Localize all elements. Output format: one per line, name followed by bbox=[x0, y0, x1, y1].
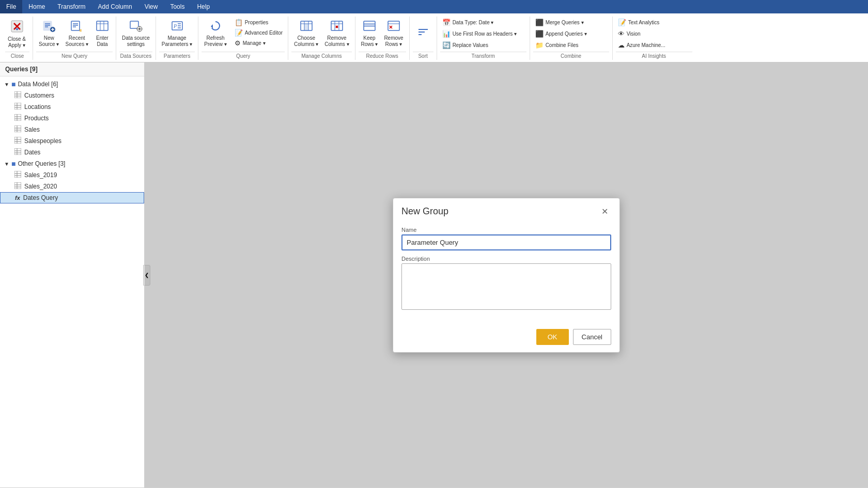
sidebar-group-other-queries[interactable]: ▼ ■ Other Queries [3] bbox=[0, 158, 144, 169]
merge-queries-button[interactable]: ⬛ Merge Queries ▾ bbox=[533, 18, 589, 27]
advanced-editor-button[interactable]: 📝 Advanced Editor bbox=[233, 28, 285, 38]
sort-ascending-button[interactable] bbox=[413, 18, 433, 49]
keep-rows-icon bbox=[363, 19, 376, 34]
sidebar-item-locations[interactable]: Locations bbox=[0, 101, 144, 113]
description-input[interactable] bbox=[401, 263, 611, 310]
modal-close-button[interactable]: ✕ bbox=[598, 206, 611, 217]
choose-columns-label: ChooseColumns ▾ bbox=[294, 35, 318, 48]
sidebar-item-dates[interactable]: Dates bbox=[0, 147, 144, 158]
item-label: Salespeoples bbox=[24, 137, 61, 145]
ribbon-group-sort: Sort bbox=[410, 17, 437, 60]
table-icon bbox=[14, 137, 21, 145]
text-analytics-button[interactable]: 📝 Text Analytics bbox=[616, 18, 668, 27]
remove-columns-button[interactable]: RemoveColumns ▾ bbox=[322, 18, 351, 49]
svg-rect-70 bbox=[14, 137, 21, 144]
ribbon-data-sources-group-label: Data Sources bbox=[119, 52, 152, 59]
menu-transform[interactable]: Transform bbox=[51, 0, 91, 13]
refresh-preview-icon bbox=[209, 19, 222, 34]
enter-data-icon bbox=[96, 19, 109, 34]
ribbon-group-close: Close &Apply ▾ Close bbox=[2, 17, 33, 60]
sidebar-item-sales_2019[interactable]: Sales_2019 bbox=[0, 169, 144, 181]
choose-columns-button[interactable]: ChooseColumns ▾ bbox=[291, 18, 321, 49]
chevron-down-icon: ▼ bbox=[4, 161, 9, 167]
menu-home[interactable]: Home bbox=[22, 0, 51, 13]
advanced-editor-icon: 📝 bbox=[235, 29, 243, 37]
sidebar-group-data-model[interactable]: ▼ ■ Data Model [6] bbox=[0, 78, 144, 90]
ribbon-ai-group-label: AI Insights bbox=[616, 52, 692, 59]
data-type-button[interactable]: 📅 Data Type: Date ▾ bbox=[440, 18, 519, 27]
name-input[interactable] bbox=[401, 234, 611, 250]
menu-add-column[interactable]: Add Column bbox=[92, 0, 138, 13]
menu-file[interactable]: File bbox=[0, 0, 22, 13]
ribbon-group-reduce-rows: KeepRows ▾ RemoveRows ▾ Reduce Rows bbox=[355, 17, 410, 60]
use-first-row-button[interactable]: 📊 Use First Row as Headers ▾ bbox=[440, 29, 519, 39]
data-source-settings-button[interactable]: Data sourcesettings bbox=[119, 18, 152, 49]
sidebar-item-sales[interactable]: Sales bbox=[0, 124, 144, 135]
remove-rows-button[interactable]: RemoveRows ▾ bbox=[381, 18, 406, 49]
modal-footer: OK Cancel bbox=[393, 325, 619, 352]
keep-rows-button[interactable]: KeepRows ▾ bbox=[359, 18, 381, 49]
remove-columns-icon bbox=[330, 19, 344, 34]
menu-help[interactable]: Help bbox=[191, 0, 216, 13]
modal-title: New Group bbox=[401, 206, 448, 217]
manage-label: Manage ▾ bbox=[243, 40, 266, 46]
data-type-label: Data Type: Date ▾ bbox=[453, 20, 494, 25]
sidebar-item-products[interactable]: Products bbox=[0, 113, 144, 124]
vision-button[interactable]: 👁 Vision bbox=[616, 29, 668, 39]
properties-icon: 📋 bbox=[235, 19, 243, 26]
menu-view[interactable]: View bbox=[138, 0, 164, 13]
enter-data-button[interactable]: EnterData bbox=[92, 18, 113, 49]
recent-sources-icon: = bbox=[70, 19, 84, 34]
cancel-button[interactable]: Cancel bbox=[573, 329, 611, 345]
close-apply-label: Close &Apply ▾ bbox=[8, 36, 26, 49]
manage-parameters-button[interactable]: P ManageParameters ▾ bbox=[159, 18, 195, 49]
modal-body: Name Description bbox=[393, 223, 619, 325]
append-queries-button[interactable]: ⬛ Append Queries ▾ bbox=[533, 29, 589, 39]
manage-icon: ⚙ bbox=[235, 39, 241, 47]
remove-rows-label: RemoveRows ▾ bbox=[384, 35, 403, 48]
refresh-preview-button[interactable]: RefreshPreview ▾ bbox=[202, 18, 229, 49]
ribbon-reduce-rows-group-label: Reduce Rows bbox=[359, 52, 406, 59]
menu-tools[interactable]: Tools bbox=[164, 0, 191, 13]
main-layout: Queries [9] ▼ ■ Data Model [6] Customers… bbox=[0, 62, 868, 487]
sidebar-item-dates-query[interactable]: fxDates Query bbox=[0, 192, 144, 203]
new-source-button[interactable]: NewSource ▾ bbox=[36, 18, 61, 49]
enter-data-label: EnterData bbox=[96, 35, 109, 48]
group-label: Other Queries [3] bbox=[18, 160, 65, 167]
recent-sources-button[interactable]: = RecentSources ▾ bbox=[63, 18, 90, 49]
item-label: Locations bbox=[24, 103, 51, 111]
ribbon-parameters-group-label: Parameters bbox=[159, 52, 195, 59]
properties-button[interactable]: 📋 Properties bbox=[233, 18, 285, 27]
sort-icon bbox=[416, 25, 430, 40]
sidebar-item-salespeoples[interactable]: Salespeoples bbox=[0, 135, 144, 147]
svg-rect-62 bbox=[14, 114, 21, 121]
ribbon-transform-group-label: Transform bbox=[440, 52, 526, 59]
replace-values-button[interactable]: 🔄 Replace Values bbox=[440, 40, 519, 50]
azure-machine-button[interactable]: ☁ Azure Machine... bbox=[616, 40, 668, 50]
sidebar-item-sales_2020[interactable]: Sales_2020 bbox=[0, 181, 144, 192]
chevron-down-icon: ▼ bbox=[4, 82, 9, 87]
svg-rect-37 bbox=[331, 21, 343, 30]
choose-columns-icon bbox=[300, 19, 313, 34]
item-label: Sales bbox=[24, 126, 40, 133]
manage-button[interactable]: ⚙ Manage ▾ bbox=[233, 38, 285, 48]
new-group-modal: New Group ✕ Name Description OK Cancel bbox=[393, 198, 620, 353]
use-first-row-label: Use First Row as Headers ▾ bbox=[453, 31, 517, 37]
close-apply-button[interactable]: Close &Apply ▾ bbox=[5, 18, 28, 50]
ribbon-group-ai: 📝 Text Analytics 👁 Vision ☁ Azure Machin… bbox=[613, 17, 695, 60]
combine-files-button[interactable]: 📁 Combine Files bbox=[533, 40, 589, 50]
svg-rect-66 bbox=[14, 125, 21, 132]
text-analytics-label: Text Analytics bbox=[628, 20, 660, 25]
combine-files-icon: 📁 bbox=[535, 41, 544, 49]
svg-rect-58 bbox=[14, 103, 21, 109]
manage-parameters-icon: P bbox=[171, 19, 184, 34]
append-queries-label: Append Queries ▾ bbox=[546, 31, 587, 37]
modal-header: New Group ✕ bbox=[393, 198, 619, 223]
ribbon-sort-group-label: Sort bbox=[413, 52, 433, 59]
table-icon bbox=[14, 148, 21, 156]
sidebar-item-customers[interactable]: Customers bbox=[0, 90, 144, 101]
ok-button[interactable]: OK bbox=[536, 329, 569, 345]
ribbon-group-transform: 📅 Data Type: Date ▾ 📊 Use First Row as H… bbox=[437, 17, 530, 60]
replace-values-label: Replace Values bbox=[453, 42, 488, 48]
sidebar-content: ▼ ■ Data Model [6] Customers Locations bbox=[0, 76, 144, 487]
